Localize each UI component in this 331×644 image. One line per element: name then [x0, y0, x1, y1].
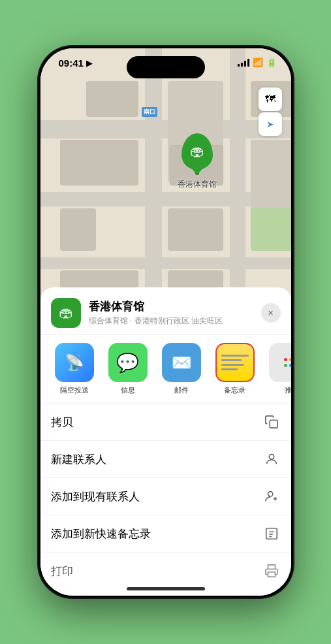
- share-item-mail[interactable]: ✉️ 邮件: [158, 343, 205, 395]
- action-new-contact-label: 新建联系人: [51, 452, 262, 467]
- map-area[interactable]: 南口 🏟 香港体育馆 🗺 ➤: [40, 48, 291, 323]
- sheet-venue-icon: 🏟: [51, 298, 81, 328]
- messages-label: 信息: [121, 385, 135, 395]
- svg-point-1: [269, 455, 274, 459]
- action-print[interactable]: 打印: [40, 552, 291, 589]
- airdrop-icon: 📡: [55, 343, 94, 382]
- location-button[interactable]: ➤: [259, 112, 282, 136]
- share-item-more[interactable]: 推: [265, 343, 291, 395]
- venue-emoji: 🏟: [59, 304, 73, 321]
- add-notes-icon: [262, 524, 281, 543]
- share-item-notes[interactable]: 备忘录: [212, 343, 259, 395]
- wifi-icon: 📶: [253, 57, 263, 67]
- dynamic-island: [127, 56, 205, 78]
- share-item-messages[interactable]: 💬 信息: [104, 343, 151, 395]
- status-time: 09:41: [59, 57, 84, 69]
- airdrop-label: 隔空投送: [60, 385, 89, 395]
- phone-frame: 09:41 ▶ 📶 🔋: [39, 46, 293, 598]
- copy-icon: [262, 413, 281, 431]
- share-item-airdrop[interactable]: 📡 隔空投送: [51, 343, 98, 395]
- map-controls: 🗺 ➤: [259, 88, 282, 137]
- action-new-contact[interactable]: 新建联系人: [40, 440, 291, 477]
- svg-rect-9: [268, 572, 275, 577]
- bottom-sheet: 🏟 香港体育馆 综合体育馆 · 香港特别行政区 油尖旺区 × 📡 隔空投送: [40, 287, 291, 596]
- marker-label: 香港体育馆: [178, 179, 217, 190]
- battery-icon: 🔋: [266, 57, 277, 67]
- home-indicator: [127, 587, 205, 590]
- mail-icon: ✉️: [162, 343, 201, 382]
- new-contact-icon: [262, 450, 281, 468]
- notes-label: 备忘录: [224, 385, 245, 395]
- map-label-nankou: 南口: [142, 107, 157, 117]
- action-print-label: 打印: [51, 564, 262, 579]
- status-icons: 📶 🔋: [238, 57, 277, 67]
- stadium-marker[interactable]: 🏟 香港体育馆: [178, 133, 217, 190]
- sheet-close-button[interactable]: ×: [261, 303, 281, 323]
- more-label: 推: [285, 385, 291, 395]
- action-copy-label: 拷贝: [51, 415, 262, 430]
- more-icon: [269, 343, 291, 382]
- stadium-icon: 🏟: [190, 143, 204, 160]
- map-type-button[interactable]: 🗺: [259, 88, 282, 111]
- svg-rect-5: [266, 528, 277, 539]
- map-label-badge: 南口: [142, 107, 157, 117]
- messages-icon: 💬: [108, 343, 148, 382]
- svg-point-2: [268, 492, 272, 496]
- action-add-notes-label: 添加到新快速备忘录: [51, 526, 262, 541]
- share-row: 📡 隔空投送 💬 信息 ✉️ 邮件: [40, 335, 291, 403]
- notes-icon: [215, 343, 255, 382]
- marker-pin: 🏟: [181, 133, 213, 170]
- print-icon: [262, 562, 281, 580]
- location-arrow-icon: ➤: [266, 119, 274, 129]
- map-type-icon: 🗺: [265, 93, 276, 105]
- action-add-existing-label: 添加到现有联系人: [51, 489, 262, 504]
- mail-label: 邮件: [174, 385, 189, 395]
- sheet-subtitle: 综合体育馆 · 香港特别行政区 油尖旺区: [89, 315, 261, 327]
- svg-rect-0: [270, 420, 277, 428]
- sheet-header: 🏟 香港体育馆 综合体育馆 · 香港特别行政区 油尖旺区 ×: [40, 287, 291, 335]
- action-add-existing[interactable]: 添加到现有联系人: [40, 477, 291, 515]
- sheet-title: 香港体育馆: [89, 299, 261, 314]
- sheet-info: 香港体育馆 综合体育馆 · 香港特别行政区 油尖旺区: [89, 299, 261, 327]
- action-add-notes[interactable]: 添加到新快速备忘录: [40, 515, 291, 552]
- location-icon: ▶: [86, 59, 92, 68]
- action-copy[interactable]: 拷贝: [40, 403, 291, 440]
- add-existing-icon: [262, 487, 281, 506]
- signal-icon: [238, 59, 249, 67]
